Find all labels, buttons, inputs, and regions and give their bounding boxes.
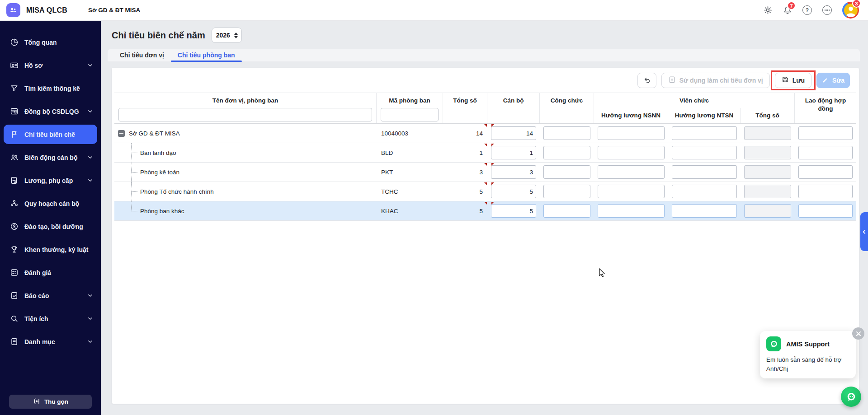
chat-close-button[interactable]: [852, 327, 864, 340]
ntsn-input[interactable]: [672, 146, 737, 159]
hop-dong-input[interactable]: [798, 185, 853, 198]
edit-pen-icon: [822, 76, 829, 84]
tab-chi-tieu-don-vi[interactable]: Chỉ tiêu đơn vị: [113, 49, 171, 61]
ntsn-input[interactable]: [672, 165, 737, 179]
sidebar-item-bao-cao[interactable]: Báo cáo: [4, 286, 97, 305]
nsnn-input[interactable]: [598, 185, 665, 198]
quota-table: Tên đơn vị, phòng ban Mã phòng ban Tổng …: [114, 93, 856, 221]
chevron-down-icon: [88, 316, 93, 321]
sidebar-item-quy-hoach-can-bo[interactable]: Quy hoạch cán bộ: [4, 194, 97, 213]
page-title: Chỉ tiêu biên chế năm: [112, 30, 205, 41]
nsnn-input[interactable]: [598, 126, 665, 140]
panel-expand-handle[interactable]: [860, 212, 868, 251]
checklist-icon: [10, 268, 19, 277]
chevron-down-icon: [88, 178, 93, 183]
can-bo-input[interactable]: [491, 204, 536, 218]
hop-dong-input[interactable]: [798, 165, 853, 179]
help-icon[interactable]: ?: [802, 5, 812, 15]
code-filter-input[interactable]: [381, 108, 439, 121]
save-floppy-icon: [782, 76, 789, 84]
can-bo-input[interactable]: [491, 126, 536, 140]
app-logo-icon[interactable]: [6, 3, 20, 17]
name-filter-input[interactable]: [118, 108, 372, 121]
table-row[interactable]: Phòng Tổ chức hành chính TCHC 5: [114, 182, 856, 201]
sync-database-icon: [10, 107, 19, 116]
tab-chi-tieu-phong-ban[interactable]: Chỉ tiêu phòng ban: [171, 49, 242, 61]
vc-total-input: [744, 146, 791, 159]
search-icon: [10, 314, 19, 323]
sidebar-item-tong-quan[interactable]: Tổng quan: [4, 33, 97, 52]
modified-marker-icon: [491, 144, 494, 146]
ntsn-input[interactable]: [672, 204, 737, 218]
sidebar-item-khen-thuong-ky-luat[interactable]: Khen thưởng, kỷ luật: [4, 240, 97, 259]
people-icon: [10, 153, 19, 162]
cong-chuc-input[interactable]: [543, 204, 590, 218]
can-bo-input[interactable]: [491, 146, 536, 159]
edit-button[interactable]: Sửa: [816, 73, 850, 88]
spinner-down-icon[interactable]: [234, 36, 238, 38]
ntsn-input[interactable]: [672, 126, 737, 140]
notification-bell-icon[interactable]: 7: [783, 5, 792, 15]
save-button[interactable]: Lưu: [775, 73, 811, 88]
col-header-cong-chuc: Công chức: [540, 93, 594, 123]
cong-chuc-input[interactable]: [543, 126, 590, 140]
sidebar-item-tim-kiem-thong-ke[interactable]: Tìm kiếm thống kê: [4, 79, 97, 98]
modified-marker-icon: [484, 124, 487, 127]
more-options-icon[interactable]: [822, 5, 832, 15]
nsnn-input[interactable]: [598, 204, 665, 218]
salary-document-icon: [10, 176, 19, 185]
hop-dong-input[interactable]: [798, 126, 853, 140]
sidebar-item-danh-gia[interactable]: Đánh giá: [4, 263, 97, 282]
can-bo-input[interactable]: [491, 165, 536, 179]
table-row[interactable]: Sở GD & ĐT MISA 10040003 14: [114, 124, 856, 143]
col-header-name: Tên đơn vị, phòng ban: [114, 93, 377, 108]
table-row[interactable]: Phòng kế toán PKT 3: [114, 163, 856, 182]
col-group-vien-chuc: Viên chức: [594, 93, 795, 108]
hop-dong-input[interactable]: [798, 146, 853, 159]
year-input[interactable]: [216, 32, 231, 39]
spinner-up-icon[interactable]: [234, 33, 238, 35]
hop-dong-input[interactable]: [798, 204, 853, 218]
ntsn-input[interactable]: [672, 185, 737, 198]
avatar-badge: 3: [852, 0, 861, 8]
nsnn-input[interactable]: [598, 165, 665, 179]
col-header-ntsn: Hưởng lương NTSN: [668, 108, 741, 123]
avatar[interactable]: 3: [842, 2, 859, 19]
sidebar-item-luong-phu-cap[interactable]: Lương, phụ cấp: [4, 171, 97, 190]
person-circle-icon: [10, 222, 19, 231]
sidebar-item-dao-tao-boi-duong[interactable]: Đào tạo, bồi dưỡng: [4, 217, 97, 236]
list-document-icon: [10, 337, 19, 346]
cong-chuc-input[interactable]: [543, 185, 590, 198]
sidebar-item-dong-bo-csdlqg[interactable]: Đồng bộ CSDLQG: [4, 102, 97, 121]
chat-fab-button[interactable]: [841, 387, 861, 407]
use-as-unit-quota-button[interactable]: Sử dụng làm chỉ tiêu đơn vị: [661, 73, 770, 88]
table-row[interactable]: Phòng ban khác KHAC 5: [114, 201, 856, 221]
amis-support-logo-icon: [766, 336, 781, 351]
vc-total-input: [744, 204, 791, 218]
org-name: Sở GD & ĐT MISA: [88, 7, 140, 14]
id-card-icon: [10, 61, 19, 70]
col-header-can-bo: Cán bộ: [487, 93, 540, 123]
modified-marker-icon: [491, 124, 494, 127]
cong-chuc-input[interactable]: [543, 146, 590, 159]
chevron-down-icon: [88, 293, 93, 298]
org-people-icon: [10, 199, 19, 208]
settings-gear-icon[interactable]: [763, 5, 773, 15]
sidebar-item-danh-muc[interactable]: Danh mục: [4, 332, 97, 351]
nsnn-input[interactable]: [598, 146, 665, 159]
cong-chuc-input[interactable]: [543, 165, 590, 179]
table-row[interactable]: Ban lãnh đạo BLĐ 1: [114, 143, 856, 163]
collapse-sidebar-button[interactable]: Thu gọn: [9, 395, 92, 409]
sidebar-item-tien-ich[interactable]: Tiện ích: [4, 309, 97, 328]
undo-button[interactable]: [637, 73, 656, 88]
modified-marker-icon: [491, 182, 494, 185]
collapse-icon: [33, 397, 40, 406]
can-bo-input[interactable]: [491, 185, 536, 198]
sidebar-item-ho-so[interactable]: Hồ sơ: [4, 56, 97, 75]
modified-marker-icon: [484, 182, 487, 185]
flag-icon: [10, 130, 19, 139]
sidebar-item-chi-tieu-bien-che[interactable]: Chỉ tiêu biên chế: [4, 125, 97, 144]
sidebar-item-bien-dong-can-bo[interactable]: Biến động cán bộ: [4, 148, 97, 167]
year-spinner[interactable]: [212, 28, 242, 43]
collapse-row-icon[interactable]: [118, 130, 125, 137]
